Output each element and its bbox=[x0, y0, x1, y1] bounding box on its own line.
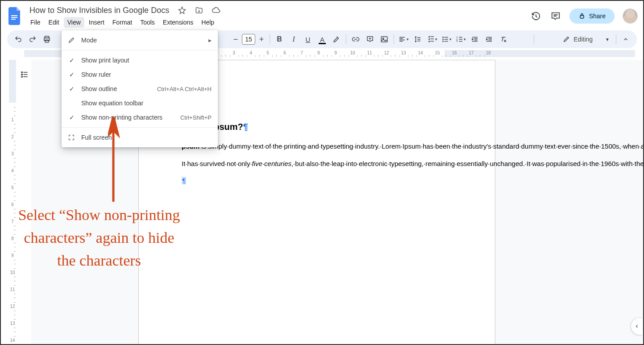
menu-item-label: Show outline bbox=[81, 85, 152, 92]
bold-button[interactable]: B bbox=[273, 33, 286, 46]
menu-bar: FileEditViewInsertFormatToolsExtensionsH… bbox=[27, 17, 222, 28]
redo-button[interactable] bbox=[26, 33, 39, 46]
vertical-ruler[interactable]: 123456789101112131415 bbox=[9, 60, 16, 344]
svg-rect-12 bbox=[444, 37, 448, 38]
add-comment-button[interactable] bbox=[363, 33, 377, 46]
collapse-toolbar-button[interactable] bbox=[619, 33, 632, 46]
outline-toggle-button[interactable] bbox=[18, 68, 31, 81]
header-right: Share bbox=[530, 8, 638, 24]
app-header: How to Show Invisibles in Google Docs Fi… bbox=[1, 1, 643, 29]
check-icon: ✓ bbox=[68, 71, 76, 78]
font-size-increase[interactable]: + bbox=[256, 35, 267, 44]
menu-insert[interactable]: Insert bbox=[85, 17, 108, 28]
menu-item[interactable]: ✓Show non-printing charactersCtrl+Shift+… bbox=[62, 110, 218, 125]
text-color-button[interactable]: A bbox=[316, 33, 329, 46]
print-button[interactable] bbox=[40, 33, 54, 46]
align-button[interactable]: ▾ bbox=[397, 33, 410, 46]
menu-item-mode[interactable]: Mode ▸ bbox=[62, 33, 218, 47]
highlight-button[interactable] bbox=[330, 33, 343, 46]
menu-item-label: Show ruler bbox=[81, 71, 206, 78]
fullscreen-icon bbox=[68, 134, 76, 141]
mode-label: Editing bbox=[573, 36, 593, 43]
svg-rect-2 bbox=[11, 19, 16, 20]
mode-selector[interactable]: Editing ▼ bbox=[559, 34, 613, 45]
separator bbox=[62, 127, 218, 128]
menu-item-label: Mode bbox=[81, 37, 203, 44]
menu-item-label: Show print layout bbox=[81, 57, 206, 64]
docs-logo-icon[interactable] bbox=[6, 4, 24, 28]
line-spacing-button[interactable] bbox=[411, 33, 424, 46]
clear-formatting-button[interactable] bbox=[497, 33, 510, 46]
undo-button[interactable] bbox=[12, 33, 25, 46]
font-size-decrease[interactable]: − bbox=[230, 35, 241, 44]
document-heading[interactable]: Lorem·Ipsum?¶ bbox=[182, 120, 452, 133]
svg-point-9 bbox=[442, 37, 444, 38]
menu-format[interactable]: Format bbox=[109, 17, 136, 28]
cloud-status-icon[interactable] bbox=[210, 4, 222, 16]
document-paragraph[interactable]: psum·is·simply·dummy·text·of·the·printin… bbox=[182, 141, 452, 152]
check-icon: ✓ bbox=[68, 85, 76, 92]
separator bbox=[270, 34, 270, 44]
move-icon[interactable] bbox=[193, 4, 205, 16]
chevron-right-icon: ▸ bbox=[208, 37, 212, 44]
separator bbox=[394, 34, 394, 44]
star-icon[interactable] bbox=[176, 4, 188, 16]
menu-help[interactable]: Help bbox=[198, 17, 218, 28]
menu-item-fullscreen[interactable]: Full screen bbox=[62, 130, 218, 145]
menu-item-label: Full screen bbox=[81, 134, 212, 141]
menu-extensions[interactable]: Extensions bbox=[159, 17, 197, 28]
svg-rect-7 bbox=[381, 37, 387, 42]
menu-item[interactable]: ✓Show ruler bbox=[62, 67, 218, 82]
menu-tools[interactable]: Tools bbox=[137, 17, 158, 28]
svg-rect-1 bbox=[11, 17, 17, 18]
user-avatar[interactable] bbox=[623, 8, 638, 24]
svg-text:3: 3 bbox=[456, 40, 457, 42]
decrease-indent-button[interactable] bbox=[468, 33, 482, 46]
pencil-icon bbox=[68, 37, 76, 44]
menu-item-label: Show equation toolbar bbox=[81, 100, 206, 107]
view-menu-dropdown: Mode ▸ ✓Show print layout✓Show ruler✓Sho… bbox=[62, 30, 218, 147]
menu-edit[interactable]: Edit bbox=[45, 17, 63, 28]
menu-item-shortcut: Ctrl+Alt+A Ctrl+Alt+H bbox=[157, 86, 212, 92]
document-paragraph[interactable]: It·has·survived·not·only·five·centuries,… bbox=[182, 159, 452, 169]
svg-rect-0 bbox=[11, 15, 17, 16]
menu-item[interactable]: Show equation toolbar bbox=[62, 96, 218, 110]
menu-item-shortcut: Ctrl+Shift+P bbox=[180, 114, 212, 121]
pilcrow-icon: ¶ bbox=[243, 122, 248, 132]
share-label: Share bbox=[589, 12, 606, 20]
menu-item-label: Show non-printing characters bbox=[81, 114, 175, 121]
increase-indent-button[interactable] bbox=[482, 33, 496, 46]
italic-button[interactable]: I bbox=[287, 33, 300, 46]
font-size-value[interactable]: 15 bbox=[242, 34, 255, 45]
check-icon: ✓ bbox=[68, 114, 76, 121]
share-button[interactable]: Share bbox=[569, 8, 615, 24]
svg-rect-3 bbox=[580, 16, 584, 18]
svg-point-20 bbox=[21, 76, 23, 78]
underline-button[interactable]: U bbox=[301, 33, 315, 46]
checklist-button[interactable]: ▾ bbox=[425, 33, 439, 46]
pilcrow-icon: ¶ bbox=[182, 177, 186, 184]
separator bbox=[346, 34, 346, 44]
separator bbox=[62, 50, 218, 50]
comments-icon[interactable] bbox=[550, 10, 561, 22]
bulleted-list-button[interactable]: ▾ bbox=[440, 33, 453, 46]
insert-image-button[interactable] bbox=[378, 33, 391, 46]
svg-point-11 bbox=[442, 41, 444, 42]
history-icon[interactable] bbox=[530, 10, 542, 22]
numbered-list-button[interactable]: 123▾ bbox=[454, 33, 467, 46]
menu-item[interactable]: ✓Show print layout bbox=[62, 53, 218, 67]
document-title[interactable]: How to Show Invisibles in Google Docs bbox=[27, 5, 172, 16]
title-area: How to Show Invisibles in Google Docs Fi… bbox=[27, 4, 222, 28]
menu-file[interactable]: File bbox=[27, 17, 44, 28]
check-icon: ✓ bbox=[68, 57, 76, 64]
svg-point-18 bbox=[21, 72, 23, 73]
menu-view[interactable]: View bbox=[64, 17, 84, 28]
insert-link-button[interactable] bbox=[349, 33, 362, 46]
menu-item[interactable]: ✓Show outlineCtrl+Alt+A Ctrl+Alt+H bbox=[62, 82, 218, 96]
svg-rect-13 bbox=[444, 39, 448, 40]
separator bbox=[616, 34, 616, 44]
svg-point-19 bbox=[21, 74, 23, 75]
document-paragraph[interactable]: ¶ bbox=[182, 176, 452, 186]
svg-point-10 bbox=[442, 39, 444, 40]
font-size-control: − 15 + bbox=[230, 33, 267, 45]
